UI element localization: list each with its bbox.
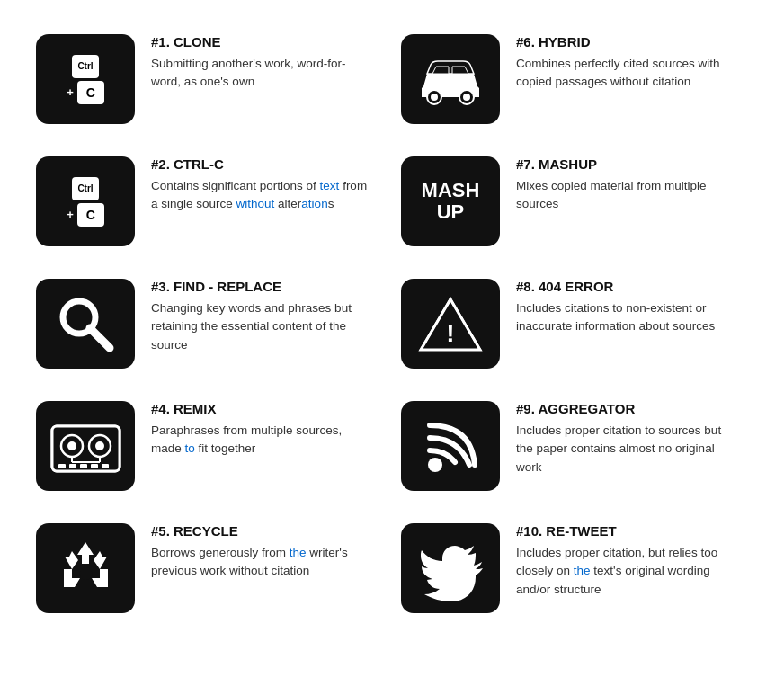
retweet-title: #10. RE-TWEET bbox=[516, 523, 739, 539]
item-ctrlc: Ctrl + C #2. CTRL-C Contains significant… bbox=[27, 140, 392, 263]
clone-icon-box: Ctrl + C bbox=[36, 34, 135, 124]
recycle-desc: Borrows generously from the writer's pre… bbox=[151, 544, 374, 581]
svg-rect-21 bbox=[69, 464, 76, 468]
findreplace-desc: Changing key words and phrases but retai… bbox=[151, 299, 374, 354]
ctrlc-highlight3: ation bbox=[301, 197, 327, 210]
item-clone: Ctrl + C #1. CLONE Submitting another's … bbox=[27, 18, 392, 140]
hybrid-text: #6. HYBRID Combines perfectly cited sour… bbox=[516, 34, 739, 92]
hybrid-desc: Combines perfectly cited sources with co… bbox=[516, 55, 739, 92]
item-hybrid: #6. HYBRID Combines perfectly cited sour… bbox=[392, 18, 757, 140]
retweet-highlight1: the bbox=[574, 564, 591, 577]
ctrlc-title: #2. CTRL-C bbox=[151, 156, 374, 172]
item-aggregator: #9. AGGREGATOR Includes proper citation … bbox=[392, 385, 757, 507]
mashup-icon-box: MASHUP bbox=[401, 156, 500, 246]
error404-title: #8. 404 ERROR bbox=[516, 279, 739, 294]
aggregator-title: #9. AGGREGATOR bbox=[516, 401, 739, 416]
error404-icon-box: ! bbox=[401, 279, 500, 369]
remix-text: #4. REMIX Paraphrases from multiple sour… bbox=[151, 401, 374, 459]
item-findreplace: #3. FIND - REPLACE Changing key words an… bbox=[27, 263, 392, 385]
ctrl-key: Ctrl bbox=[72, 55, 99, 78]
clone-desc: Submitting another's work, word-for-word… bbox=[151, 55, 374, 92]
findreplace-title: #3. FIND - REPLACE bbox=[151, 279, 374, 294]
remix-icon-box bbox=[36, 401, 135, 491]
svg-rect-23 bbox=[91, 464, 98, 468]
svg-rect-20 bbox=[58, 464, 66, 468]
recycle-highlight: the bbox=[290, 546, 307, 559]
recycle-icon-box bbox=[36, 523, 135, 613]
svg-rect-24 bbox=[102, 464, 109, 468]
ctrlc-desc: Contains significant portions of text fr… bbox=[151, 177, 374, 214]
twitter-icon bbox=[417, 535, 485, 602]
retweet-text: #10. RE-TWEET Includes proper citation, … bbox=[516, 523, 739, 599]
ctrl-key2: Ctrl bbox=[72, 177, 99, 200]
item-404: ! #8. 404 ERROR Includes citations to no… bbox=[392, 263, 757, 385]
ctrlc-icon: Ctrl + C bbox=[67, 177, 104, 227]
cassette-icon bbox=[48, 417, 124, 476]
clone-icon: Ctrl + C bbox=[67, 55, 104, 104]
retweet-desc: Includes proper citation, but relies too… bbox=[516, 544, 739, 599]
svg-line-5 bbox=[90, 328, 110, 348]
svg-point-16 bbox=[95, 441, 104, 450]
svg-point-2 bbox=[431, 94, 438, 101]
svg-point-25 bbox=[428, 458, 442, 472]
remix-highlight: to bbox=[185, 441, 195, 455]
hybrid-title: #6. HYBRID bbox=[516, 34, 739, 49]
hybrid-icon-box bbox=[401, 34, 500, 124]
search-icon bbox=[54, 292, 117, 355]
retweet-icon-box bbox=[401, 523, 500, 613]
recycle-title: #5. RECYCLE bbox=[151, 523, 374, 539]
remix-title: #4. REMIX bbox=[151, 401, 374, 416]
svg-point-3 bbox=[463, 94, 470, 101]
plus-sign: + bbox=[67, 85, 74, 99]
svg-point-15 bbox=[67, 441, 76, 450]
findreplace-text: #3. FIND - REPLACE Changing key words an… bbox=[151, 279, 374, 354]
mashup-icon: MASHUP bbox=[422, 180, 480, 223]
mashup-text: #7. MASHUP Mixes copied material from mu… bbox=[516, 156, 739, 214]
warning-icon: ! bbox=[414, 292, 486, 355]
aggregator-text: #9. AGGREGATOR Includes proper citation … bbox=[516, 401, 739, 477]
aggregator-icon-box bbox=[401, 401, 500, 491]
ctrlc-highlight1: text bbox=[320, 179, 340, 192]
rss-icon bbox=[417, 413, 485, 480]
c-key2: C bbox=[77, 203, 104, 227]
item-recycle: #5. RECYCLE Borrows generously from the … bbox=[27, 507, 392, 629]
plagiarism-grid: Ctrl + C #1. CLONE Submitting another's … bbox=[27, 18, 757, 629]
plus-sign2: + bbox=[67, 208, 74, 221]
svg-rect-22 bbox=[80, 464, 87, 468]
aggregator-desc: Includes proper citation to sources but … bbox=[516, 422, 739, 477]
mashup-title: #7. MASHUP bbox=[516, 156, 739, 172]
ctrlc-text: #2. CTRL-C Contains significant portions… bbox=[151, 156, 374, 214]
error404-desc: Includes citations to non-existent or in… bbox=[516, 299, 739, 336]
item-remix: #4. REMIX Paraphrases from multiple sour… bbox=[27, 385, 392, 507]
clone-title: #1. CLONE bbox=[151, 34, 374, 49]
svg-text:!: ! bbox=[446, 319, 454, 347]
error404-text: #8. 404 ERROR Includes citations to non-… bbox=[516, 279, 739, 336]
item-mashup: MASHUP #7. MASHUP Mixes copied material … bbox=[392, 140, 757, 263]
car-icon bbox=[414, 52, 486, 106]
mashup-desc: Mixes copied material from multiple sour… bbox=[516, 177, 739, 214]
ctrlc-highlight2: without bbox=[236, 197, 275, 210]
clone-text: #1. CLONE Submitting another's work, wor… bbox=[151, 34, 374, 92]
recycle-icon bbox=[52, 535, 120, 602]
item-retweet: #10. RE-TWEET Includes proper citation, … bbox=[392, 507, 757, 629]
c-key: C bbox=[77, 81, 104, 104]
recycle-text: #5. RECYCLE Borrows generously from the … bbox=[151, 523, 374, 581]
ctrlc-icon-box: Ctrl + C bbox=[36, 156, 135, 246]
remix-desc: Paraphrases from multiple sources, made … bbox=[151, 422, 374, 459]
findreplace-icon-box bbox=[36, 279, 135, 369]
svg-point-26 bbox=[79, 567, 92, 580]
